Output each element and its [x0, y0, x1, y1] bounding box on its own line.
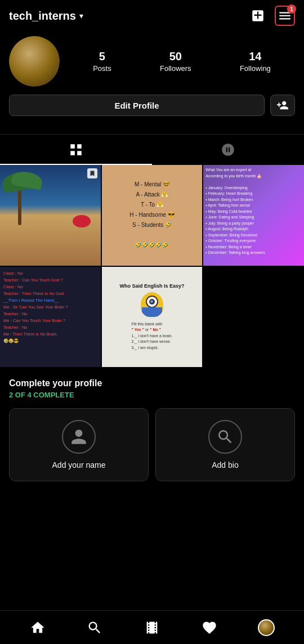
nav-profile-button[interactable] — [253, 614, 280, 641]
posts-label: Posts — [93, 64, 111, 73]
save-indicator — [87, 168, 97, 178]
bottom-navigation — [0, 610, 304, 644]
top-navigation: tech_interns ▾ 1 — [0, 0, 304, 32]
posts-stat[interactable]: 5 Posts — [93, 50, 111, 73]
profile-avatar[interactable] — [9, 36, 60, 87]
complete-card-name[interactable]: Add your name — [9, 408, 149, 481]
plus-square-icon — [251, 8, 265, 23]
tab-grid[interactable] — [0, 135, 152, 165]
edit-profile-button[interactable]: Edit Profile — [9, 95, 265, 116]
nav-icons: 1 — [248, 6, 295, 26]
chevron-down-icon: ▾ — [79, 11, 83, 20]
complete-profile-subtitle: 2 OF 4 COMPLETE — [9, 391, 295, 399]
username-area[interactable]: tech_interns ▾ — [9, 10, 83, 23]
home-icon — [30, 620, 46, 636]
nav-home-button[interactable] — [24, 614, 51, 641]
profile-section: 5 Posts 50 Followers 14 Following Edit P… — [0, 32, 304, 125]
complete-card-bio[interactable]: Add bio — [155, 408, 295, 481]
person-tag-icon — [221, 142, 235, 157]
nav-profile-avatar — [258, 619, 275, 636]
post-5-title: Who Said English Is Easy? — [119, 283, 184, 290]
post-item-5[interactable]: Who Said English Is Easy? Fill this blan… — [102, 267, 203, 368]
profile-buttons-row: Edit Profile — [9, 95, 295, 116]
followers-count: 50 — [169, 50, 182, 63]
post-5-text: Fill this blank with " Yes " or " No " 1… — [132, 321, 173, 351]
stats-row: 5 Posts 50 Followers 14 Following — [69, 50, 295, 73]
following-stat[interactable]: 14 Following — [240, 50, 271, 73]
tab-tagged[interactable] — [152, 135, 304, 165]
post-3-text: What You are an expert atAccording to yo… — [205, 167, 302, 256]
complete-cards-row: Add your name Add bio — [9, 408, 295, 481]
add-post-button[interactable] — [248, 6, 268, 26]
nav-reels-button[interactable] — [138, 614, 166, 641]
add-name-icon-container — [62, 420, 96, 454]
post-4-text: Class : NoTeacher : Can You Touch God ?C… — [3, 270, 97, 345]
posts-count: 5 — [99, 50, 105, 63]
complete-count-highlight: 2 OF 4 — [9, 391, 32, 399]
post-item-1[interactable] — [0, 165, 101, 266]
post-item-3[interactable]: What You are an expert atAccording to yo… — [203, 165, 304, 266]
followers-stat[interactable]: 50 Followers — [160, 50, 191, 73]
profile-row: 5 Posts 50 Followers 14 Following — [9, 36, 295, 87]
post-item-4[interactable]: Class : NoTeacher : Can You Touch God ?C… — [0, 267, 101, 368]
search-icon — [87, 620, 102, 636]
add-person-icon — [276, 99, 289, 111]
heart-icon — [202, 620, 217, 636]
complete-count-rest: COMPLETE — [32, 391, 74, 399]
avatar-image — [9, 36, 60, 87]
following-label: Following — [240, 64, 271, 73]
search-outline-icon — [216, 428, 234, 446]
nav-search-button[interactable] — [81, 614, 108, 641]
posts-grid: M - Mental 🤓A - Attack 😤T - To 😤H - Hand… — [0, 165, 304, 367]
person-outline-icon — [70, 428, 88, 446]
tabs-row — [0, 134, 304, 165]
complete-profile-section: Complete your profile 2 OF 4 COMPLETE Ad… — [0, 367, 304, 487]
add-bio-label: Add bio — [212, 460, 238, 469]
reels-icon — [144, 620, 160, 636]
username-text: tech_interns — [9, 10, 76, 23]
add-person-button[interactable] — [270, 95, 295, 116]
complete-profile-title: Complete your profile — [9, 378, 295, 388]
followers-label: Followers — [160, 64, 191, 73]
menu-button[interactable]: 1 — [275, 6, 295, 26]
nav-activity-button[interactable] — [196, 614, 223, 641]
add-name-label: Add your name — [52, 460, 106, 469]
post-item-2[interactable]: M - Mental 🤓A - Attack 😤T - To 😤H - Hand… — [102, 165, 203, 266]
grid-icon — [69, 142, 83, 157]
post-2-text: M - Mental 🤓A - Attack 😤T - To 😤H - Hand… — [129, 180, 174, 251]
following-count: 14 — [249, 50, 261, 63]
add-bio-icon-container — [208, 420, 242, 454]
notification-badge: 1 — [287, 5, 296, 14]
